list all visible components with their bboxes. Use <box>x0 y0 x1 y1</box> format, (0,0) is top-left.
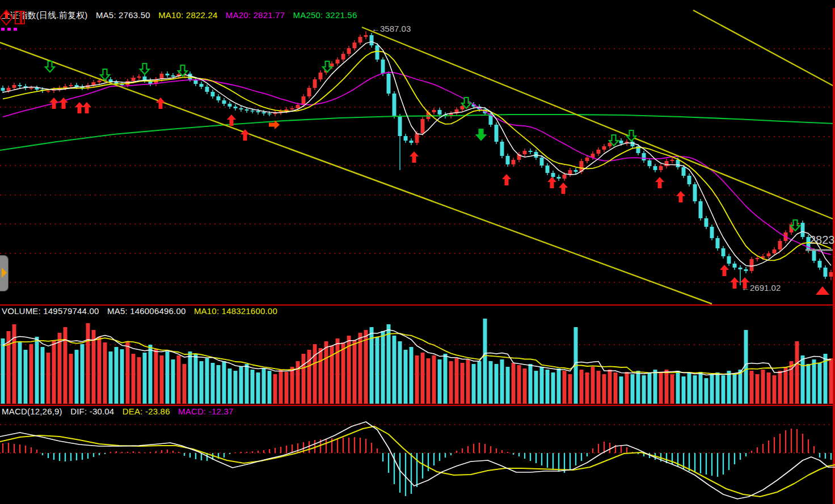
macd-pane[interactable] <box>0 405 835 504</box>
diamond-icon[interactable] <box>0 10 12 25</box>
corner-icons <box>0 9 25 33</box>
dea-readout: DEA: -23.86 <box>123 406 170 416</box>
right-price-annotation: 2823 <box>809 234 835 247</box>
dot-indicator <box>7 28 11 31</box>
ma5-readout: MA5: 2763.50 <box>96 10 150 20</box>
ma250-readout: MA250: 3221.56 <box>293 10 357 20</box>
chart-title-bar: 上证指数(日线.前复权) MA5: 2763.50 MA10: 2822.24 … <box>2 10 362 21</box>
trading-app-window: 上证指数(日线.前复权) MA5: 2763.50 MA10: 2822.24 … <box>0 0 835 504</box>
volume-readout: VOLUME: 149579744.00 <box>2 306 99 316</box>
split-window-icon-right[interactable] <box>22 11 24 24</box>
ma20-readout: MA20: 2821.77 <box>226 10 285 20</box>
ma10-readout: MA10: 2822.24 <box>158 10 217 20</box>
split-window-icon[interactable] <box>15 11 20 24</box>
volume-header: VOLUME: 149579744.00 MA5: 146006496.00 M… <box>2 306 283 316</box>
low-price-annotation: ←2691.02 <box>741 283 781 293</box>
main-chart-pane[interactable] <box>0 10 835 305</box>
macd-header: MACD(12,26,9) DIF: -30.04 DEA: -23.86 MA… <box>2 406 239 416</box>
dot-indicator <box>14 28 17 31</box>
macd-readout: MACD: -12.37 <box>178 406 233 416</box>
peak-price-annotation: ←3587.03 <box>372 24 411 33</box>
panel-expand-handle[interactable] <box>0 255 9 291</box>
volume-pane[interactable] <box>0 305 835 405</box>
dot-indicator <box>1 28 5 31</box>
dif-readout: DIF: -30.04 <box>70 406 114 416</box>
macd-params: MACD(12,26,9) <box>2 406 62 416</box>
volume-ma10-readout: MA10: 148321600.00 <box>194 306 277 316</box>
volume-ma5-readout: MA5: 146006496.00 <box>107 306 186 316</box>
